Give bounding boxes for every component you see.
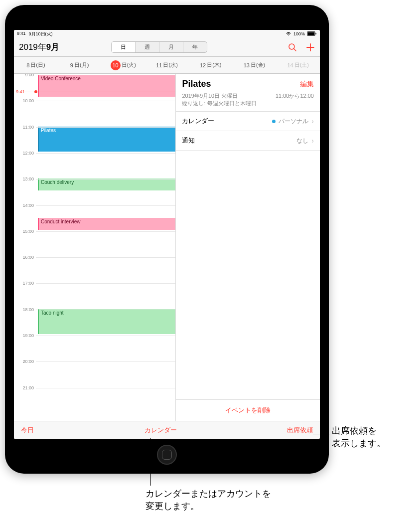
today-button[interactable]: 今日	[21, 426, 34, 435]
svg-line-4	[294, 48, 296, 50]
delete-event-button[interactable]: イベントを削除	[176, 399, 320, 421]
alert-value: なし	[296, 137, 308, 145]
add-event-icon[interactable]	[306, 43, 315, 52]
week-day-strip: 8日(日) 9日(月) 10日(火) 11日(水) 12日(木) 13日(金) …	[14, 57, 320, 74]
hour-label: 21:00	[16, 385, 34, 390]
hour-gridline	[36, 101, 175, 101]
status-bar: 9:41 9月10日(火) 100%	[14, 30, 320, 38]
event-video-conference[interactable]: Video Conference	[38, 75, 175, 97]
chevron-right-icon: ›	[311, 137, 314, 145]
hour-label: 14:00	[16, 203, 34, 208]
svg-rect-1	[308, 32, 315, 35]
current-time-label: 9:41	[16, 89, 25, 94]
calendar-label: カレンダー	[182, 117, 214, 126]
alert-label: 通知	[182, 136, 195, 145]
battery-percent: 100%	[293, 31, 305, 36]
event-couch-delivery[interactable]: Couch delivery	[38, 178, 175, 190]
day-timeline[interactable]: Video Conference 9:41 Pilates Couch deli…	[14, 74, 176, 421]
hour-gridline	[36, 336, 175, 336]
day-sun[interactable]: 8日(日)	[14, 57, 58, 73]
wifi-icon	[285, 31, 291, 37]
hour-label: 18:00	[16, 307, 34, 312]
segment-year[interactable]: 年	[183, 42, 207, 52]
hour-gridline	[36, 257, 175, 258]
navigation-bar: 2019年9月 日 週 月 年	[14, 38, 320, 57]
current-time-line	[14, 92, 175, 92]
hour-label: 11:00	[16, 125, 34, 130]
alert-row[interactable]: 通知 なし›	[176, 131, 320, 151]
event-title: Pilates	[182, 79, 211, 89]
bottom-toolbar: 今日 カレンダー 出席依頼	[14, 421, 320, 439]
view-segmented-control: 日 週 月 年	[111, 41, 207, 53]
hour-gridline	[36, 75, 175, 75]
calendar-value: パーソナル	[279, 117, 308, 126]
svg-rect-2	[316, 33, 317, 34]
event-taco-night[interactable]: Taco night	[38, 309, 175, 334]
event-date: 2019年9月10日 火曜日	[182, 92, 238, 100]
hour-gridline	[36, 388, 175, 388]
content-area: Video Conference 9:41 Pilates Couch deli…	[14, 74, 320, 421]
segment-week[interactable]: 週	[136, 42, 159, 52]
calendar-row[interactable]: カレンダー パーソナル›	[176, 112, 320, 131]
current-time-dot	[34, 90, 37, 93]
event-repeat: 繰り返し: 毎週火曜日と木曜日	[182, 100, 314, 107]
hour-gridline	[36, 231, 175, 232]
home-button[interactable]	[157, 445, 177, 465]
event-detail-panel: Pilates 編集 2019年9月10日 火曜日 11:00から12:00 繰…	[176, 74, 320, 421]
edit-button[interactable]: 編集	[300, 80, 314, 89]
hour-label: 19:00	[16, 333, 34, 338]
ipad-device-frame: 9:41 9月10日(火) 100% 2019年9月 日 週 月 年	[5, 5, 329, 474]
callout-line-inbox	[313, 434, 330, 434]
hour-gridline	[36, 179, 175, 179]
day-tue-selected[interactable]: 10日(火)	[101, 57, 145, 73]
event-conduct-interview[interactable]: Conduct interview	[38, 218, 175, 230]
hour-gridline	[36, 283, 175, 284]
hour-gridline	[36, 205, 175, 206]
day-sat[interactable]: 14日(土)	[276, 57, 320, 73]
search-icon[interactable]	[288, 43, 297, 52]
callout-calendars: カレンダーまたはアカウントを 変更します。	[145, 488, 271, 513]
status-date: 9月10日(火)	[29, 31, 53, 37]
hour-gridline	[36, 361, 175, 362]
segment-day[interactable]: 日	[112, 42, 136, 52]
day-fri[interactable]: 13日(金)	[233, 57, 277, 73]
calendar-color-dot	[272, 120, 276, 123]
nav-year: 2019年	[19, 42, 46, 52]
hour-gridline	[36, 153, 175, 154]
hour-label: 13:00	[16, 176, 34, 181]
hour-label: 16:00	[16, 255, 34, 260]
hour-label: 15:00	[16, 229, 34, 234]
chevron-right-icon: ›	[311, 117, 314, 125]
status-time: 9:41	[17, 31, 26, 37]
hour-label: 17:00	[16, 281, 34, 286]
event-time: 11:00から12:00	[276, 92, 314, 100]
callout-inbox: 出席依頼を 表示します。	[332, 425, 386, 450]
hour-label: 20:00	[16, 359, 34, 364]
hour-label: 12:00	[16, 151, 34, 156]
hour-label: 9:00	[16, 74, 34, 77]
day-thu[interactable]: 12日(木)	[189, 57, 233, 73]
hour-gridline	[36, 127, 175, 128]
calendars-button[interactable]: カレンダー	[144, 426, 177, 435]
callout-line-calendars	[150, 438, 151, 486]
inbox-button[interactable]: 出席依頼	[287, 426, 313, 435]
hour-gridline	[36, 310, 175, 310]
nav-month: 9月	[46, 42, 59, 52]
hour-label: 10:00	[16, 98, 34, 103]
event-pilates[interactable]: Pilates	[38, 127, 175, 152]
screen: 9:41 9月10日(火) 100% 2019年9月 日 週 月 年	[14, 30, 320, 439]
nav-title[interactable]: 2019年9月	[19, 41, 59, 53]
day-mon[interactable]: 9日(月)	[58, 57, 102, 73]
battery-icon	[307, 31, 317, 37]
segment-month[interactable]: 月	[159, 42, 183, 52]
day-wed[interactable]: 11日(水)	[145, 57, 189, 73]
